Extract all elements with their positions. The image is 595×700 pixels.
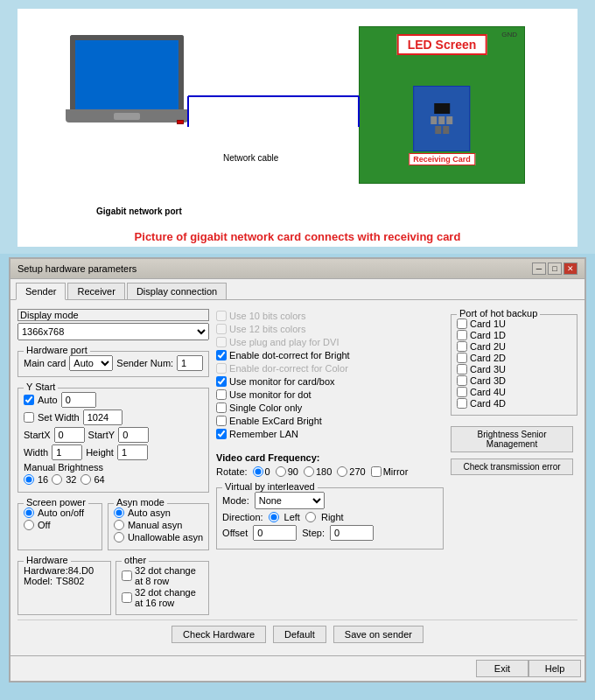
tab-sender[interactable]: Sender [16,283,66,300]
hw-port-select[interactable]: Auto [69,355,113,371]
check-12bits: Use 12 bits colors [216,324,444,334]
exit-button[interactable]: Exit [476,660,528,677]
card-2d-cb[interactable] [457,353,467,363]
diagram-inner: LED Screen Receiving Card [18,9,578,247]
card-3u-row: Card 3U [457,364,571,374]
brightness-16-radio[interactable] [24,474,34,485]
label-remember-lan: Remember LAN [229,429,298,439]
cb-single-color[interactable] [216,402,227,413]
brightness-senior-button[interactable]: Brightness Senior Management [451,426,573,452]
brightness-32-radio[interactable] [52,474,62,485]
card-3d-row: Card 3D [457,375,571,386]
save-on-sender-button[interactable]: Save on sender [333,626,424,643]
rotate-270-radio[interactable] [337,466,347,477]
laptop [70,35,188,122]
unallowable-asyn-label: Unallowable asyn [128,532,203,542]
rotate-90-option: 90 [276,466,298,477]
hardware-port-group: Hardware port Main card Auto Sender Num: [18,351,209,377]
rotate-180-radio[interactable] [304,466,314,477]
mode-select[interactable]: None [255,492,325,509]
rotate-0-radio[interactable] [253,466,263,477]
cb-monitor-card[interactable] [216,376,227,387]
card-4d-cb[interactable] [457,398,467,409]
cb-monitor-dot[interactable] [216,389,227,400]
auto-checkbox[interactable] [24,395,34,405]
rotate-270-label: 270 [349,466,365,477]
off-radio[interactable] [24,520,34,530]
brightness-64-label: 64 [94,474,105,485]
brightness-32-label: 32 [66,474,76,485]
minimize-button[interactable]: ─ [532,262,546,275]
display-mode-select[interactable]: 1366x768 [18,323,209,340]
hw-port-row: Main card Auto Sender Num: [24,355,203,371]
mirror-checkbox[interactable] [371,466,382,477]
video-card-freq-label: Video card Frequency: [216,452,319,463]
dialog-title: Setup hardware parameters [18,263,136,274]
wh-row: Width Height [24,444,203,460]
other-group: other 32 dot change at 8 row 32 dot chan… [116,561,209,615]
card-1d-label: Card 1D [470,330,506,340]
card-2u-cb[interactable] [457,341,467,352]
check-single-color: Single Color only [216,402,444,413]
check-transmission-button[interactable]: Check transmission error [451,458,573,475]
rotate-label: Rotate: [216,466,247,477]
screen-power-label: Screen power [24,497,88,508]
label-monitor-card: Use monitor for card/box [229,376,334,387]
offset-row: Offset Step: [222,525,438,541]
cb-excard-bright[interactable] [216,416,227,426]
auto-onoff-row: Auto on/off [24,508,96,518]
card-4u-row: Card 4U [457,387,571,397]
set-width-row: Set Width [24,410,203,425]
auto-value-input[interactable] [61,392,96,408]
card-1d-cb[interactable] [457,330,467,340]
default-button[interactable]: Default [273,626,326,643]
card-1u-cb[interactable] [457,318,467,329]
other-check2-cb[interactable] [122,592,132,603]
other-check1-label: 32 dot change at 8 row [135,565,203,586]
right-radio[interactable] [305,512,316,522]
maximize-button[interactable]: □ [548,262,562,275]
card-3u-cb[interactable] [457,364,467,374]
set-width-checkbox[interactable] [24,412,34,423]
step-input[interactable] [330,525,374,541]
label-plug-play: Use plug and play for DVI [229,337,339,347]
cb-remember-lan[interactable] [216,429,227,439]
brightness-16-label: 16 [38,474,48,485]
help-button[interactable]: Help [528,660,581,677]
card-3u-label: Card 3U [470,364,506,374]
auto-onoff-radio[interactable] [24,508,34,518]
left-radio[interactable] [269,512,279,522]
tab-receiver[interactable]: Receiver [67,283,124,299]
tab-display-connection[interactable]: Display connection [127,283,227,299]
height-input[interactable] [117,444,148,460]
hot-backup-label: Port of hot backup [457,308,540,318]
cb-dot-correct-bright[interactable] [216,350,227,360]
rotate-180-label: 180 [316,466,332,477]
check-hardware-button[interactable]: Check Hardware [172,626,266,643]
other-check1-cb[interactable] [122,570,132,581]
card-1u-label: Card 1U [470,318,506,329]
brightness-buttons-area: Brightness Senior Management Check trans… [451,426,578,478]
card-1d-row: Card 1D [457,330,571,340]
unallowable-asyn-radio[interactable] [114,532,124,542]
offset-input[interactable] [253,525,297,541]
brightness-options-row: 16 32 64 [24,474,203,485]
starty-input[interactable] [118,427,149,443]
direction-row: Direction: Left Right [222,512,438,522]
close-button[interactable]: ✕ [564,262,578,275]
card-4u-cb[interactable] [457,387,467,397]
auto-asyn-radio[interactable] [114,508,124,518]
rotate-0-label: 0 [265,466,270,477]
brightness-64-radio[interactable] [80,474,91,485]
manual-asyn-radio[interactable] [114,520,124,530]
set-width-input[interactable] [83,410,122,425]
width-input[interactable] [52,444,82,460]
rotate-90-radio[interactable] [276,466,286,477]
card-3d-cb[interactable] [457,375,467,386]
startx-input[interactable] [54,427,85,443]
display-mode-label2: Display mode [18,309,209,321]
mode-label: Mode: [222,495,249,506]
virtual-label: Virtual by interleaved [222,481,318,492]
network-cable-label: Network cable [223,153,278,163]
sender-num-input[interactable] [177,355,203,371]
